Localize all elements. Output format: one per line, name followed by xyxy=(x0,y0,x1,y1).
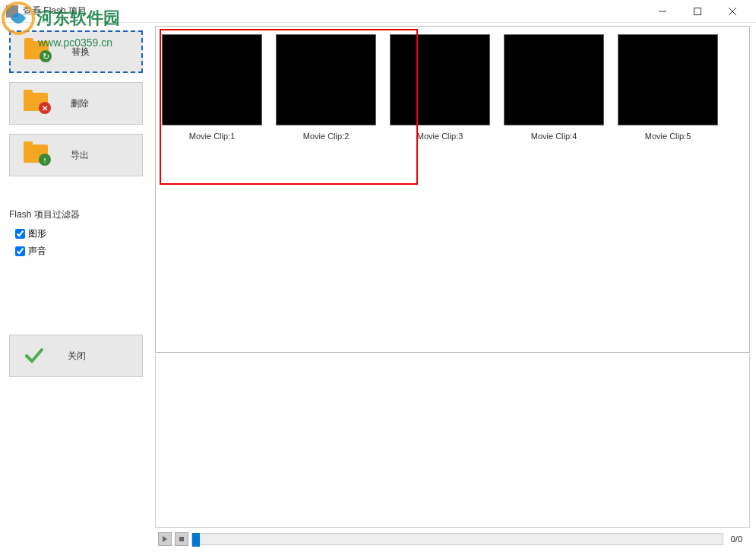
clip-label: Movie Clip:3 xyxy=(417,132,463,141)
clip-label: Movie Clip:1 xyxy=(189,132,236,141)
clip-item[interactable]: Movie Clip:3 xyxy=(390,34,490,141)
filter-sound[interactable]: 声音 xyxy=(15,245,143,258)
frame-counter: 0/0 xyxy=(726,535,747,544)
export-label: 导出 xyxy=(63,149,142,162)
export-folder-icon xyxy=(24,144,48,166)
preview-panel xyxy=(155,354,750,528)
maximize-button[interactable] xyxy=(680,0,715,23)
svg-rect-6 xyxy=(179,537,184,541)
clip-item[interactable]: Movie Clip:1 xyxy=(162,34,262,141)
clip-item[interactable]: Movie Clip:4 xyxy=(504,34,604,141)
sidebar: 替换 删除 导出 Flash 项目过滤器 图形 声音 xyxy=(0,23,152,552)
window-title: 查看 Flash 项目 xyxy=(23,5,645,17)
clips-panel: Movie Clip:1 Movie Clip:2 Movie Clip:3 M… xyxy=(155,26,750,353)
sound-label: 声音 xyxy=(28,245,46,258)
close-window-button[interactable] xyxy=(715,0,750,23)
filter-graphics[interactable]: 图形 xyxy=(15,227,143,240)
clip-label: Movie Clip:5 xyxy=(645,132,691,141)
content-area: Movie Clip:1 Movie Clip:2 Movie Clip:3 M… xyxy=(152,23,756,552)
replace-label: 替换 xyxy=(64,46,141,59)
svg-marker-5 xyxy=(163,536,167,542)
clip-thumbnail xyxy=(618,34,718,125)
export-button[interactable]: 导出 xyxy=(9,134,143,176)
app-icon xyxy=(6,5,18,17)
clip-label: Movie Clip:4 xyxy=(531,132,577,141)
clip-thumbnail xyxy=(276,34,376,125)
replace-folder-icon xyxy=(24,41,49,62)
window-titlebar: 查看 Flash 项目 xyxy=(0,0,756,23)
close-button[interactable]: 关闭 xyxy=(9,335,143,377)
progress-slider[interactable] xyxy=(191,533,723,545)
minimize-button[interactable] xyxy=(645,0,680,23)
graphics-checkbox[interactable] xyxy=(15,229,25,239)
window-controls xyxy=(645,0,750,23)
clip-thumbnail xyxy=(390,34,490,125)
filter-title: Flash 项目过滤器 xyxy=(9,208,143,221)
clip-item[interactable]: Movie Clip:5 xyxy=(618,34,718,141)
clip-thumbnail xyxy=(162,34,262,125)
sound-checkbox[interactable] xyxy=(15,246,25,256)
replace-button[interactable]: 替换 xyxy=(9,30,143,73)
delete-button[interactable]: 删除 xyxy=(9,82,143,125)
delete-label: 删除 xyxy=(63,97,142,110)
delete-folder-icon xyxy=(24,93,48,114)
close-label: 关闭 xyxy=(60,350,142,363)
main-container: 替换 删除 导出 Flash 项目过滤器 图形 声音 xyxy=(0,23,756,552)
playback-bar: 0/0 xyxy=(155,529,750,549)
filter-section: Flash 项目过滤器 图形 声音 xyxy=(9,208,143,262)
clip-label: Movie Clip:2 xyxy=(303,132,350,141)
clip-item[interactable]: Movie Clip:2 xyxy=(276,34,376,141)
graphics-label: 图形 xyxy=(28,227,46,240)
stop-button[interactable] xyxy=(175,532,188,546)
clip-thumbnail xyxy=(504,34,604,125)
progress-thumb[interactable] xyxy=(192,533,200,547)
checkmark-icon xyxy=(24,345,45,366)
svg-rect-1 xyxy=(694,8,701,14)
play-button[interactable] xyxy=(158,532,172,546)
